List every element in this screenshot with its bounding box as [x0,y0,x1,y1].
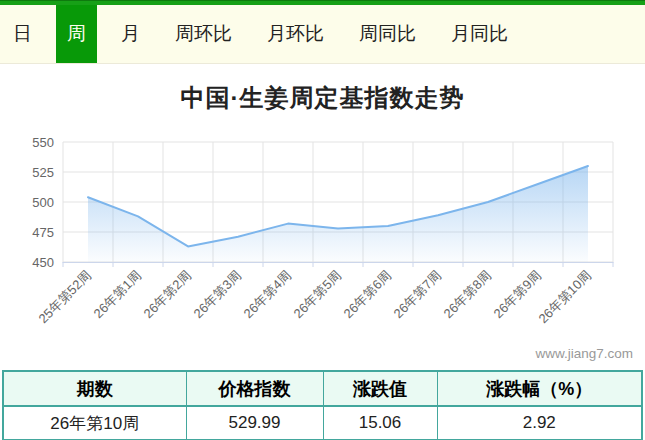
svg-text:26年第3周: 26年第3周 [191,268,245,322]
svg-text:525: 525 [32,165,54,180]
tab-month-yoy[interactable]: 月同比 [440,5,519,63]
watermark: www.jiang7.com [534,346,633,361]
col-change-percent: 涨跌幅（%） [437,371,642,406]
page-title: 中国·生姜周定基指数走势 [0,82,645,114]
svg-text:26年第9周: 26年第9周 [491,268,545,322]
cell-price-index: 529.99 [186,406,323,440]
svg-text:26年第10周: 26年第10周 [535,268,594,327]
col-change-value: 涨跌值 [323,371,437,406]
x-axis-labels: 25年第52周26年第1周26年第2周26年第3周26年第4周26年第5周26年… [35,268,594,327]
tab-month-mom[interactable]: 月环比 [256,5,335,63]
svg-text:26年第2周: 26年第2周 [141,268,195,322]
svg-text:26年第6周: 26年第6周 [341,268,395,322]
cell-change-percent: 2.92 [437,406,642,440]
svg-text:550: 550 [32,135,54,150]
summary-table: 期数 价格指数 涨跌值 涨跌幅（%） 26年第10周 529.99 15.06 … [2,370,643,440]
tab-week-wow[interactable]: 周环比 [164,5,243,63]
table-header-row: 期数 价格指数 涨跌值 涨跌幅（%） [3,371,642,406]
table-row: 26年第10周 529.99 15.06 2.92 [3,406,642,440]
x-axis [63,262,614,267]
svg-text:475: 475 [32,225,54,240]
svg-text:26年第5周: 26年第5周 [291,268,345,322]
svg-text:26年第7周: 26年第7周 [391,268,445,322]
col-price-index: 价格指数 [186,371,323,406]
tab-week[interactable]: 周 [56,5,97,63]
cell-period: 26年第10周 [3,406,186,440]
index-trend-chart: 45047550052555025年第52周26年第1周26年第2周26年第3周… [0,130,645,370]
svg-text:25年第52周: 25年第52周 [35,268,94,327]
svg-text:26年第8周: 26年第8周 [441,268,495,322]
chart-svg: 45047550052555025年第52周26年第1周26年第2周26年第3周… [0,130,645,370]
tab-month[interactable]: 月 [110,5,151,63]
y-axis-labels: 450475500525550 [32,135,54,270]
svg-text:450: 450 [32,255,54,270]
tab-day[interactable]: 日 [2,5,43,63]
period-tabs: 日周月周环比月环比周同比月同比 [0,5,645,63]
svg-text:500: 500 [32,195,54,210]
svg-text:26年第4周: 26年第4周 [241,268,295,322]
col-period: 期数 [3,371,186,406]
period-tabbar: 日周月周环比月环比周同比月同比 [0,0,645,64]
svg-text:26年第1周: 26年第1周 [91,268,145,322]
cell-change-value: 15.06 [323,406,437,440]
tab-week-yoy[interactable]: 周同比 [348,5,427,63]
